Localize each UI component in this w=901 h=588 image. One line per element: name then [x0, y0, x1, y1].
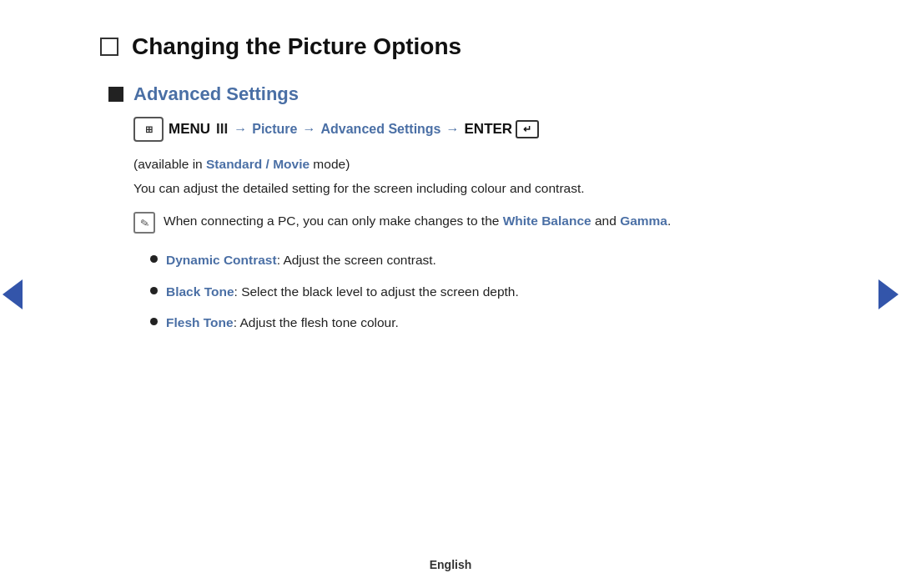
note-suffix: .	[667, 214, 671, 228]
feature-list: Dynamic Contrast: Adjust the screen cont…	[150, 250, 801, 332]
right-arrow-icon	[878, 279, 898, 309]
menu-path: ⊞ MENU III → Picture → Advanced Settings…	[133, 117, 801, 142]
arrow-3: →	[446, 122, 460, 137]
prev-page-button[interactable]	[0, 274, 25, 315]
dynamic-contrast-desc: : Adjust the screen contrast.	[277, 253, 436, 267]
advanced-settings-path-label: Advanced Settings	[320, 122, 440, 137]
bullet-dot-icon	[150, 287, 158, 294]
note-box: ✎ When connecting a PC, you can only mak…	[133, 211, 801, 234]
list-item-text: Dynamic Contrast: Adjust the screen cont…	[166, 250, 436, 269]
list-item: Flesh Tone: Adjust the flesh tone colour…	[150, 313, 801, 332]
section-title: Advanced Settings	[133, 83, 299, 105]
footer-language: English	[0, 558, 901, 571]
flesh-tone-term: Flesh Tone	[166, 315, 234, 329]
main-heading-row: Changing the Picture Options	[100, 33, 801, 60]
next-page-button[interactable]	[876, 274, 901, 315]
description-text: You can adjust the detailed setting for …	[133, 178, 801, 198]
bullet-dot-icon	[150, 318, 158, 325]
list-item: Dynamic Contrast: Adjust the screen cont…	[150, 250, 801, 269]
bullet-dot-icon	[150, 255, 158, 263]
main-heading-text: Changing the Picture Options	[132, 33, 461, 60]
left-arrow-icon	[3, 279, 23, 309]
available-highlight: Standard / Movie	[206, 157, 310, 171]
dynamic-contrast-term: Dynamic Contrast	[166, 253, 277, 267]
section-header: Advanced Settings	[108, 83, 801, 105]
menu-icon: ⊞	[133, 117, 164, 142]
arrow-1: →	[234, 122, 247, 137]
enter-text: ENTER	[465, 121, 513, 138]
list-item: Black Tone: Select the black level to ad…	[150, 282, 801, 301]
pencil-icon: ✎	[138, 216, 149, 230]
note-mid: and	[591, 214, 620, 228]
available-line: (available in Standard / Movie mode)	[133, 157, 801, 172]
menu-label: MENU	[169, 121, 210, 138]
list-item-text: Black Tone: Select the black level to ad…	[166, 282, 519, 301]
available-suffix: mode)	[310, 157, 350, 171]
white-balance-link: White Balance	[503, 214, 591, 228]
arrow-2: →	[302, 122, 315, 137]
available-prefix: (available in	[133, 157, 206, 171]
note-icon: ✎	[133, 212, 155, 234]
note-text: When connecting a PC, you can only make …	[164, 211, 671, 232]
black-tone-desc: : Select the black level to adjust the s…	[234, 284, 519, 299]
flesh-tone-desc: : Adjust the flesh tone colour.	[234, 315, 399, 329]
enter-symbol-icon: ↵	[516, 120, 539, 138]
vertical-bars-icon: III	[216, 121, 228, 138]
note-prefix: When connecting a PC, you can only make …	[164, 214, 503, 228]
enter-label: ENTER ↵	[465, 120, 540, 138]
gamma-link: Gamma	[620, 214, 667, 228]
checkbox-icon	[100, 38, 118, 56]
black-square-icon	[108, 87, 123, 102]
list-item-text: Flesh Tone: Adjust the flesh tone colour…	[166, 313, 399, 332]
black-tone-term: Black Tone	[166, 284, 234, 299]
picture-label: Picture	[252, 122, 297, 137]
advanced-settings-section: Advanced Settings ⊞ MENU III → Picture →…	[108, 83, 801, 332]
